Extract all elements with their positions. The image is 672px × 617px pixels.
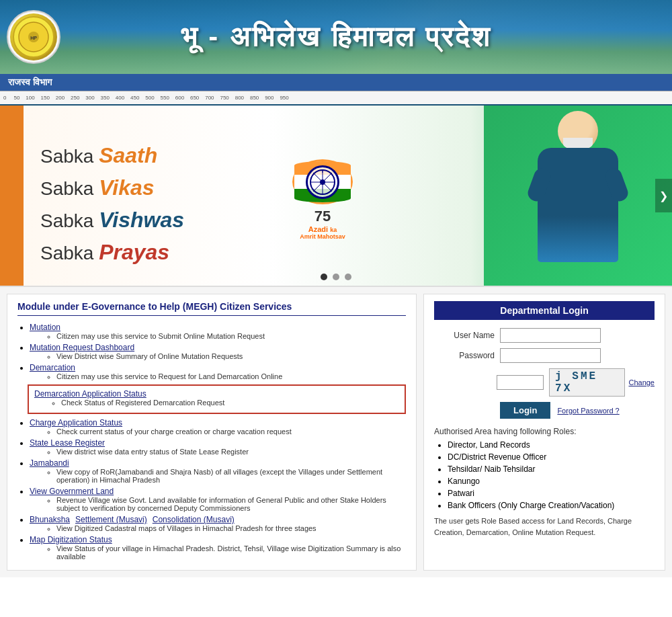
settlement-link[interactable]: Settlement (Musavi) xyxy=(75,515,147,524)
list-item: Demarcation Application Status Check Sta… xyxy=(28,384,406,414)
role-item: Patwari xyxy=(448,489,655,498)
captcha-input[interactable] xyxy=(497,375,544,390)
mutation-desc: Citizen may use this service to Submit O… xyxy=(56,332,406,340)
banner-dot-2[interactable] xyxy=(333,274,339,280)
roles-title: Authorised Area having following Roles: xyxy=(434,427,655,436)
person-figure xyxy=(517,111,638,286)
login-row: Login Forgot Password ? xyxy=(434,402,655,419)
state-lease-desc: View district wise data entry status of … xyxy=(56,448,406,456)
right-panel: Departmental Login User Name Password j … xyxy=(423,294,665,571)
list-item: Charge Application Status Check current … xyxy=(30,418,406,436)
roles-section: Authorised Area having following Roles: … xyxy=(434,427,655,538)
username-input[interactable] xyxy=(500,328,601,343)
password-label: Password xyxy=(434,351,495,360)
demarcation-desc: Citizen may use this service to Request … xyxy=(56,372,406,380)
logo: HP xyxy=(7,10,60,64)
azadi-text: 75 Azadi ka Amrit Mahotsav xyxy=(300,208,345,240)
password-row: Password xyxy=(434,348,655,363)
services-list: Mutation Citizen may use this service to… xyxy=(30,323,406,561)
bhunaksha-link[interactable]: Bhunaksha xyxy=(30,515,70,524)
captcha-change-link[interactable]: Change xyxy=(628,378,655,386)
content-area: Module under E-Governance to Help (MEGH)… xyxy=(0,287,672,577)
left-panel-scroll: Mutation Citizen may use this service to… xyxy=(17,323,406,563)
left-panel-title: Module under E-Governance to Help (MEGH)… xyxy=(17,301,406,316)
mutation-link[interactable]: Mutation xyxy=(30,323,60,332)
list-item: View Government Land Revenue Village wis… xyxy=(30,487,406,512)
mutation-dashboard-desc: View District wise Summary of Online Mut… xyxy=(56,352,406,360)
person-head xyxy=(558,111,598,151)
map-dig-link[interactable]: Map Digitization Status xyxy=(30,535,112,544)
list-item: Mutation Citizen may use this service to… xyxy=(30,323,406,340)
azadi-logo: 75 Azadi ka Amrit Mahotsav xyxy=(282,159,363,240)
captcha-text: j SME 7X xyxy=(549,368,625,397)
list-item: Mutation Request Dashboard View District… xyxy=(30,343,406,360)
govt-land-desc: Revenue Village wise Govt. Land availabl… xyxy=(56,496,406,512)
role-item: Tehsildar/ Naib Tehsildar xyxy=(448,464,655,474)
left-panel: Module under E-Governance to Help (MEGH)… xyxy=(7,294,417,571)
role-item: DC/District Revenue Officer xyxy=(448,452,655,462)
azadi-circle xyxy=(292,159,353,204)
highlighted-demarcation-section: Demarcation Application Status Check Sta… xyxy=(28,384,406,414)
role-item: Kanungo xyxy=(448,477,655,486)
banner-nav-right[interactable]: ❯ xyxy=(655,179,672,212)
role-item: Director, Land Records xyxy=(448,440,655,450)
banner-dots xyxy=(321,274,351,280)
list-item: Map Digitization Status View Status of y… xyxy=(30,535,406,561)
svg-text:HP: HP xyxy=(30,36,37,40)
header-banner: HP भू - अभिलेख हिमाचल प्रदेश xyxy=(0,0,672,74)
password-input[interactable] xyxy=(500,348,601,363)
banner-dot-1[interactable] xyxy=(321,274,327,280)
jamabandi-link[interactable]: Jamabandi xyxy=(30,458,69,468)
roles-description: The user gets Role Based access for Land… xyxy=(434,516,655,538)
list-item: State Lease Register View district wise … xyxy=(30,438,406,456)
demarcation-status-link[interactable]: Demarcation Application Status xyxy=(34,389,146,399)
forgot-password-link[interactable]: Forgot Password ? xyxy=(557,407,619,415)
roles-list: Director, Land Records DC/District Reven… xyxy=(448,440,655,510)
demarcation-status-desc: Check Status of Registered Demarcation R… xyxy=(61,399,399,407)
bhunaksha-desc: View Digitized Cadastral maps of Village… xyxy=(56,524,406,532)
logo-inner: HP xyxy=(10,13,57,60)
govt-land-link[interactable]: View Government Land xyxy=(30,487,114,496)
main-banner: Sabka Saath Sabka Vikas Sabka Vishwas Sa… xyxy=(0,106,672,287)
mutation-dashboard-link[interactable]: Mutation Request Dashboard xyxy=(30,343,134,352)
charge-status-desc: Check current status of your charge crea… xyxy=(56,427,406,436)
list-item: Demarcation Citizen may use this service… xyxy=(30,363,406,380)
page-title: भू - अभिलेख हिमाचल प्रदेश xyxy=(181,21,492,53)
department-name: राजस्व विभाग xyxy=(8,77,52,87)
department-label: राजस्व विभाग xyxy=(0,74,672,91)
banner-dot-3[interactable] xyxy=(345,274,351,280)
ruler-bar: 0 50 100 150 200 250 300 350 400 450 500… xyxy=(0,91,672,106)
banner-orange-strip xyxy=(0,106,24,286)
charge-status-link[interactable]: Charge Application Status xyxy=(30,418,122,427)
jamabandi-desc: View copy of RoR(Jamabandi and Shajra Na… xyxy=(56,468,406,484)
demarcation-link[interactable]: Demarcation xyxy=(30,363,75,372)
username-row: User Name xyxy=(434,328,655,343)
consolidation-link[interactable]: Consolidation (Musavi) xyxy=(153,515,235,524)
banner-person-area xyxy=(484,106,672,286)
role-item: Bank Officers (Only Charge Creation/Vaca… xyxy=(448,501,655,510)
banner-text: Sabka Saath Sabka Vikas Sabka Vishwas Sa… xyxy=(40,139,184,268)
list-item: Jamabandi View copy of RoR(Jamabandi and… xyxy=(30,458,406,484)
list-item: Bhunaksha Settlement (Musavi) Consolidat… xyxy=(30,515,406,532)
ruler-tick: 0 50 100 150 200 250 300 350 400 450 500… xyxy=(3,95,289,101)
username-label: User Name xyxy=(434,331,495,340)
login-button[interactable]: Login xyxy=(500,402,550,419)
person-body xyxy=(538,148,618,262)
map-dig-desc: View Status of your village in Himachal … xyxy=(56,544,406,561)
captcha-row: j SME 7X Change xyxy=(434,368,655,397)
state-lease-link[interactable]: State Lease Register xyxy=(30,438,105,448)
right-panel-title: Departmental Login xyxy=(434,301,655,320)
